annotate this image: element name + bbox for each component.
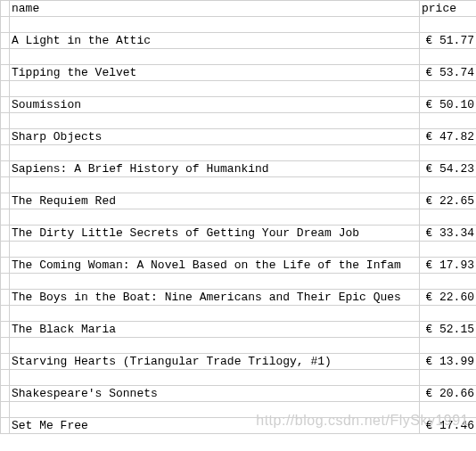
- empty-cell[interactable]: [420, 306, 477, 322]
- cell-price[interactable]: € 52.15: [420, 322, 477, 338]
- empty-cell[interactable]: [10, 145, 420, 161]
- spreadsheet-table: name price A Light in the Attic€ 51.77Ti…: [0, 0, 476, 434]
- cell-price[interactable]: € 51.77: [420, 33, 477, 49]
- empty-cell[interactable]: [10, 338, 420, 354]
- table-row: Shakespeare's Sonnets€ 20.66: [1, 386, 477, 402]
- cell-price[interactable]: € 13.99: [420, 354, 477, 370]
- gutter-cell: [1, 418, 10, 434]
- empty-cell[interactable]: [420, 177, 477, 193]
- empty-cell[interactable]: [10, 306, 420, 322]
- gutter-cell: [1, 338, 10, 354]
- gutter-cell: [1, 402, 10, 418]
- empty-cell[interactable]: [10, 370, 420, 386]
- cell-price[interactable]: € 22.60: [420, 290, 477, 306]
- table-body: A Light in the Attic€ 51.77Tipping the V…: [1, 17, 477, 434]
- empty-cell[interactable]: [10, 209, 420, 226]
- empty-cell[interactable]: [420, 242, 477, 258]
- table-row: The Coming Woman: A Novel Based on the L…: [1, 258, 477, 274]
- table-row: Sapiens: A Brief History of Humankind€ 5…: [1, 161, 477, 177]
- cell-name[interactable]: Starving Hearts (Triangular Trade Trilog…: [10, 354, 420, 370]
- cell-price[interactable]: € 17.46: [420, 418, 477, 434]
- empty-cell[interactable]: [10, 274, 420, 290]
- cell-name[interactable]: Sharp Objects: [10, 129, 420, 145]
- gutter-cell: [1, 193, 10, 209]
- empty-cell[interactable]: [420, 209, 477, 226]
- gutter-cell: [1, 1, 10, 17]
- empty-cell[interactable]: [10, 177, 420, 193]
- cell-price[interactable]: € 53.74: [420, 65, 477, 81]
- empty-cell[interactable]: [420, 113, 477, 129]
- empty-cell[interactable]: [420, 49, 477, 65]
- cell-price[interactable]: € 22.65: [420, 193, 477, 209]
- gutter-cell: [1, 145, 10, 161]
- table-row: The Requiem Red€ 22.65: [1, 193, 477, 209]
- cell-name[interactable]: The Dirty Little Secrets of Getting Your…: [10, 226, 420, 242]
- cell-price[interactable]: € 20.66: [420, 386, 477, 402]
- table-row: The Black Maria€ 52.15: [1, 322, 477, 338]
- empty-row: [1, 113, 477, 129]
- cell-name[interactable]: Shakespeare's Sonnets: [10, 386, 420, 402]
- cell-name[interactable]: The Requiem Red: [10, 193, 420, 209]
- header-row: name price: [1, 1, 477, 17]
- gutter-cell: [1, 177, 10, 193]
- gutter-cell: [1, 33, 10, 49]
- table-row: Starving Hearts (Triangular Trade Trilog…: [1, 354, 477, 370]
- table-row: Set Me Free€ 17.46: [1, 418, 477, 434]
- empty-cell[interactable]: [420, 402, 477, 418]
- cell-name[interactable]: The Black Maria: [10, 322, 420, 338]
- empty-cell[interactable]: [420, 274, 477, 290]
- empty-row: [1, 145, 477, 161]
- empty-row: [1, 306, 477, 322]
- cell-name[interactable]: A Light in the Attic: [10, 33, 420, 49]
- empty-row: [1, 402, 477, 418]
- empty-cell[interactable]: [420, 370, 477, 386]
- empty-row: [1, 338, 477, 354]
- cell-price[interactable]: € 54.23: [420, 161, 477, 177]
- empty-cell[interactable]: [10, 49, 420, 65]
- cell-name[interactable]: Sapiens: A Brief History of Humankind: [10, 161, 420, 177]
- cell-price[interactable]: € 17.93: [420, 258, 477, 274]
- table-row: Tipping the Velvet€ 53.74: [1, 65, 477, 81]
- gutter-cell: [1, 290, 10, 306]
- cell-price[interactable]: € 47.82: [420, 129, 477, 145]
- empty-row: [1, 177, 477, 193]
- empty-cell[interactable]: [420, 338, 477, 354]
- gutter-cell: [1, 386, 10, 402]
- empty-row: [1, 81, 477, 97]
- table-row: The Boys in the Boat: Nine Americans and…: [1, 290, 477, 306]
- empty-cell[interactable]: [10, 17, 420, 33]
- empty-cell[interactable]: [420, 81, 477, 97]
- gutter-cell: [1, 209, 10, 226]
- cell-price[interactable]: € 50.10: [420, 97, 477, 113]
- header-name[interactable]: name: [10, 1, 420, 17]
- cell-name[interactable]: Set Me Free: [10, 418, 420, 434]
- gutter-cell: [1, 258, 10, 274]
- cell-price[interactable]: € 33.34: [420, 226, 477, 242]
- gutter-cell: [1, 17, 10, 33]
- empty-row: [1, 370, 477, 386]
- empty-row: [1, 274, 477, 290]
- empty-cell[interactable]: [10, 242, 420, 258]
- cell-name[interactable]: Soumission: [10, 97, 420, 113]
- table-row: The Dirty Little Secrets of Getting Your…: [1, 226, 477, 242]
- cell-name[interactable]: The Coming Woman: A Novel Based on the L…: [10, 258, 420, 274]
- header-price[interactable]: price: [420, 1, 477, 17]
- gutter-cell: [1, 274, 10, 290]
- gutter-cell: [1, 65, 10, 81]
- gutter-cell: [1, 129, 10, 145]
- empty-row: [1, 209, 477, 226]
- cell-name[interactable]: Tipping the Velvet: [10, 65, 420, 81]
- empty-cell[interactable]: [420, 17, 477, 33]
- gutter-cell: [1, 242, 10, 258]
- empty-cell[interactable]: [10, 113, 420, 129]
- cell-name[interactable]: The Boys in the Boat: Nine Americans and…: [10, 290, 420, 306]
- gutter-cell: [1, 161, 10, 177]
- gutter-cell: [1, 81, 10, 97]
- empty-row: [1, 242, 477, 258]
- empty-cell[interactable]: [420, 145, 477, 161]
- empty-cell[interactable]: [10, 402, 420, 418]
- gutter-cell: [1, 113, 10, 129]
- gutter-cell: [1, 354, 10, 370]
- empty-cell[interactable]: [10, 81, 420, 97]
- gutter-cell: [1, 370, 10, 386]
